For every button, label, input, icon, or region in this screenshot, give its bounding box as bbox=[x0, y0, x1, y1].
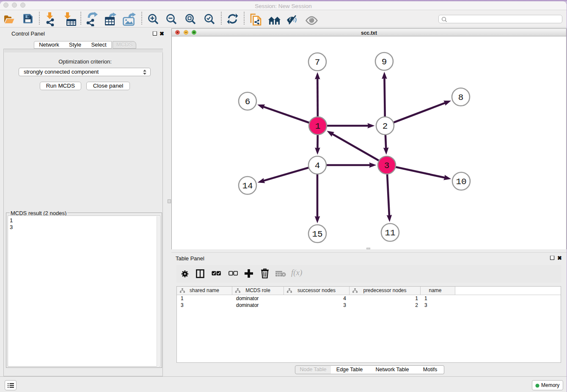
svg-text:6: 6 bbox=[245, 97, 250, 107]
svg-text:11: 11 bbox=[385, 228, 395, 238]
svg-text:7: 7 bbox=[315, 58, 320, 67]
svg-text:1: 1 bbox=[315, 121, 321, 131]
svg-text:4: 4 bbox=[315, 161, 320, 171]
svg-text:3: 3 bbox=[384, 161, 390, 171]
svg-text:9: 9 bbox=[382, 57, 387, 67]
svg-text:2: 2 bbox=[383, 121, 388, 131]
svg-text:10: 10 bbox=[456, 177, 466, 187]
svg-text:14: 14 bbox=[242, 181, 253, 191]
svg-text:15: 15 bbox=[312, 229, 322, 239]
svg-text:8: 8 bbox=[458, 93, 464, 102]
